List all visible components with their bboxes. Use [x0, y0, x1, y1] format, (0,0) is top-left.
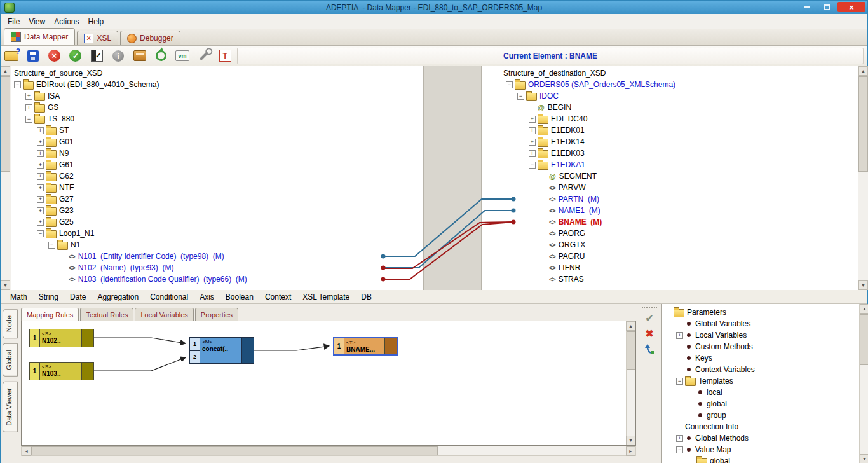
tree-item[interactable]: −Value Map — [662, 444, 859, 455]
tree-item[interactable]: +G61 — [11, 159, 423, 170]
expand-icon[interactable]: + — [25, 104, 32, 111]
tree-item[interactable]: +N9 — [11, 148, 423, 159]
tree-item[interactable]: <>STRAS — [503, 273, 858, 285]
rule-connector[interactable] — [94, 338, 186, 343]
tree-item[interactable]: <>N103 (Identification Code Qualifier) (… — [11, 273, 423, 285]
rule-node-target[interactable]: 1<T>BNAME... — [333, 337, 398, 356]
function-menu-aggregation[interactable]: Aggregation — [92, 291, 144, 303]
function-menu-xsl-template[interactable]: XSL Template — [297, 291, 355, 303]
tree-item[interactable]: <>PARTN (M) — [503, 193, 858, 205]
scroll-up-icon[interactable] — [1, 66, 10, 76]
collapse-icon[interactable]: − — [676, 378, 683, 385]
scrollbar-thumb[interactable] — [1, 76, 10, 172]
save-button[interactable] — [26, 49, 40, 63]
tree-item[interactable]: <>LIFNR — [503, 262, 858, 273]
tree-item[interactable]: <>N102 (Name) (type93) (M) — [11, 262, 423, 273]
scrollbar-thumb[interactable] — [627, 331, 635, 370]
rules-tab-mapping-rules[interactable]: Mapping Rules — [21, 308, 79, 321]
tree-item[interactable]: −Loop1_N1 — [11, 228, 423, 239]
destination-tree-scrollbar[interactable] — [858, 66, 868, 290]
collapse-icon[interactable]: − — [37, 230, 44, 237]
tree-item[interactable]: Keys — [662, 352, 859, 364]
menu-view[interactable]: View — [24, 15, 50, 28]
tab-xsl[interactable]: XSL — [77, 31, 118, 45]
delete-rule-icon[interactable] — [645, 328, 653, 340]
mapping-rules-canvas[interactable]: 1<S>N102..1<S>N103..12<M>concat(..1<T>BN… — [21, 321, 636, 446]
tree-item[interactable]: +E1EDK03 — [503, 148, 858, 159]
tree-item[interactable]: +Local Variables — [662, 329, 859, 341]
maximize-button[interactable] — [818, 2, 836, 12]
collapse-icon[interactable]: − — [14, 81, 21, 88]
expand-icon[interactable]: + — [529, 139, 536, 146]
vm-button[interactable] — [175, 49, 189, 63]
scroll-down-icon[interactable] — [1, 280, 10, 290]
menu-file[interactable]: File — [3, 15, 24, 28]
expand-icon[interactable]: + — [37, 139, 44, 146]
collapse-icon[interactable]: − — [517, 93, 524, 100]
tree-item[interactable]: <>BNAME (M) — [503, 216, 858, 228]
expand-icon[interactable]: + — [37, 150, 44, 157]
parameters-scrollbar[interactable] — [859, 304, 868, 463]
tree-item[interactable]: <>NAME1 (M) — [503, 205, 858, 216]
tree-item[interactable]: +E1EDK01 — [503, 125, 858, 136]
rules-tab-textual-rules[interactable]: Textual Rules — [80, 308, 133, 321]
tree-item[interactable]: +EDI_DC40 — [503, 113, 858, 125]
scrollbar-thumb[interactable] — [31, 446, 438, 455]
tree-item[interactable]: +G25 — [11, 216, 423, 228]
tree-item[interactable]: Global Variables — [662, 318, 859, 329]
rules-tab-local-variables[interactable]: Local Variables — [135, 308, 193, 321]
input-port[interactable]: 2 — [190, 351, 200, 364]
collapse-icon[interactable]: − — [529, 162, 536, 169]
rule-connector[interactable] — [254, 346, 329, 350]
function-menu-date[interactable]: Date — [64, 291, 92, 303]
scroll-up-icon[interactable] — [626, 321, 635, 331]
export-button[interactable] — [133, 49, 147, 63]
function-menu-db[interactable]: DB — [355, 291, 377, 303]
settings-button[interactable] — [197, 49, 211, 63]
tree-item[interactable]: <>N101 (Entity Identifier Code) (type98)… — [11, 251, 423, 262]
tree-item[interactable]: <>PAGRU — [503, 251, 858, 262]
tab-debugger[interactable]: Debugger — [120, 31, 180, 45]
tree-item[interactable]: +Global Methods — [662, 432, 859, 444]
expand-icon[interactable]: + — [37, 207, 44, 214]
function-menu-axis[interactable]: Axis — [194, 291, 220, 303]
scroll-down-icon[interactable] — [860, 454, 868, 463]
tree-item[interactable]: local — [662, 387, 859, 398]
expand-icon[interactable]: + — [529, 127, 536, 134]
function-menu-boolean[interactable]: Boolean — [220, 291, 259, 303]
tree-item[interactable]: −IDOC — [503, 90, 858, 102]
rule-connector[interactable] — [94, 357, 186, 371]
tree-item[interactable]: −EDIRoot (EDI_880_v4010_Schema) — [11, 79, 423, 90]
rule-node-method[interactable]: 12<M>concat(.. — [189, 337, 254, 364]
open-mapping-button[interactable] — [4, 49, 18, 63]
tree-item[interactable]: @BEGIN — [503, 102, 858, 113]
panel-grip-icon[interactable] — [642, 307, 657, 308]
function-menu-math[interactable]: Math — [4, 291, 33, 303]
text-button[interactable] — [219, 49, 233, 63]
close-mapping-button[interactable] — [48, 49, 62, 63]
tab-data-mapper[interactable]: Data Mapper — [4, 28, 75, 45]
scrollbar-thumb[interactable] — [860, 314, 868, 365]
collapse-icon[interactable]: − — [506, 81, 513, 88]
tree-item[interactable]: +NTE — [11, 182, 423, 193]
tree-item[interactable]: −ORDERS05 (SAP_Orders05_XMLSchema) — [503, 79, 858, 90]
accept-button[interactable] — [69, 49, 83, 63]
side-tab-data-viewer[interactable]: Data Viewer — [3, 382, 18, 432]
expand-icon[interactable]: + — [37, 162, 44, 169]
scroll-down-icon[interactable] — [858, 280, 868, 290]
menu-help[interactable]: Help — [84, 15, 109, 28]
tree-item[interactable]: <>PAORG — [503, 228, 858, 239]
scroll-up-icon[interactable] — [858, 66, 868, 76]
validate-button[interactable] — [90, 49, 104, 63]
expand-icon[interactable]: + — [37, 219, 44, 226]
tree-item[interactable]: <>PARVW — [503, 182, 858, 193]
tree-item[interactable]: +G62 — [11, 170, 423, 182]
tree-item[interactable]: global — [662, 398, 859, 410]
tree-item[interactable]: −N1 — [11, 239, 423, 251]
pane-divider[interactable] — [423, 66, 482, 290]
tree-item[interactable]: +G01 — [11, 136, 423, 148]
rule-node-source[interactable]: 1<S>N102.. — [29, 329, 94, 347]
tree-item[interactable]: Connection Info — [662, 421, 859, 432]
tree-item[interactable]: <>ORGTX — [503, 239, 858, 251]
scroll-left-icon[interactable] — [22, 446, 31, 456]
